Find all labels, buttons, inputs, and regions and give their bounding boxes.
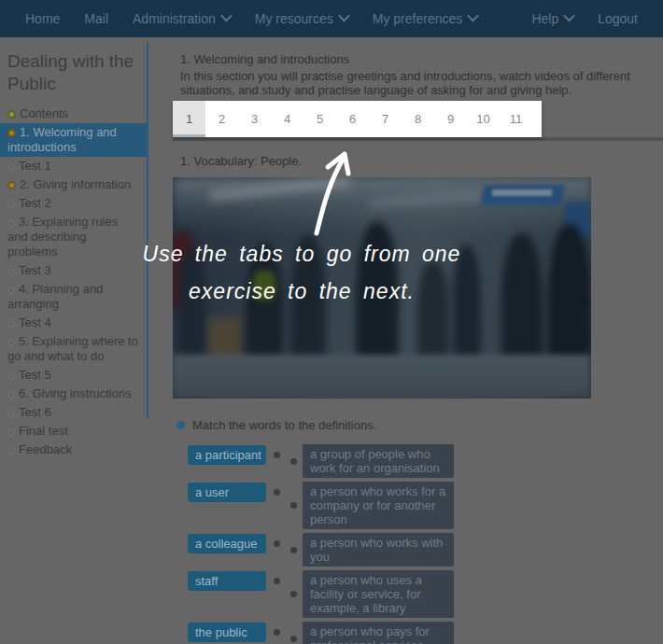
exercise-tab[interactable]: 10 (467, 101, 500, 137)
definition-connector-dot[interactable] (290, 458, 297, 465)
definition-box[interactable]: a person who works for a company or for … (303, 482, 454, 529)
nav-item[interactable]: My preferences (360, 0, 489, 37)
exercise-tab[interactable]: 11 (500, 101, 532, 137)
nav-item-label: Mail (84, 0, 108, 37)
sidebar-item-label: Test 3 (19, 263, 51, 277)
sidebar-item[interactable]: 2. Giving information (0, 175, 147, 194)
exercise-tabs-highlight-box: 1 2 3 4 5 6 7 8 9 10 (173, 101, 542, 137)
definition-cell: a person who works for a company or for … (290, 482, 454, 529)
sidebar-item-label: Test 2 (19, 196, 51, 210)
main-content: 1. Welcoming and introductions In this s… (173, 37, 663, 644)
sidebar-item[interactable]: Test 4 (0, 314, 147, 332)
status-bullet-icon (7, 428, 15, 436)
sidebar-item-label: Final test (19, 424, 68, 438)
match-row: the public a person who pays for profess… (188, 622, 663, 644)
status-bullet-icon (7, 372, 15, 380)
sidebar-item[interactable]: 6. Giving instructions (0, 385, 147, 403)
sidebar-item-label: Test 6 (19, 405, 51, 419)
sidebar-item[interactable]: 4. Planning and arranging (0, 280, 147, 314)
term-connector-dot[interactable] (274, 629, 280, 636)
sidebar-item[interactable]: Test 2 (0, 194, 147, 213)
sidebar-item-label: Test 1 (19, 159, 51, 173)
match-row: a participant a group of people who work… (188, 444, 663, 478)
term-cell: a colleague (188, 534, 290, 553)
exercise-tab[interactable]: 2 (205, 101, 238, 137)
match-row: a colleague a person who works with you (188, 533, 663, 567)
sidebar-item-label: 1. Welcoming and introductions (7, 125, 117, 154)
definition-cell: a person who uses a facility or service,… (290, 570, 454, 618)
top-navbar: Home Mail Administration My resources (0, 0, 663, 37)
term-box[interactable]: a colleague (188, 534, 266, 553)
status-bullet-icon (7, 219, 15, 227)
chevron-down-icon (338, 9, 350, 21)
sidebar-item-label: 5. Explaining where to go and what to do (7, 334, 138, 363)
status-bullet-icon (7, 447, 15, 455)
exercise-tab[interactable]: 6 (336, 101, 369, 137)
definition-connector-dot[interactable] (290, 547, 297, 553)
term-connector-dot[interactable] (274, 540, 280, 547)
sidebar-item[interactable]: Test 3 (0, 261, 147, 280)
photo-dim-veil (173, 177, 591, 399)
sidebar-item[interactable]: Test 5 (0, 366, 147, 385)
term-cell: a participant (188, 445, 290, 465)
definition-box[interactable]: a person who uses a facility or service,… (303, 570, 454, 618)
definition-connector-dot[interactable] (290, 636, 297, 642)
nav-item-label: Administration (133, 0, 216, 37)
nav-item[interactable]: Administration (120, 0, 243, 37)
definition-cell: a group of people who work for an organi… (290, 444, 454, 478)
match-row: staff a person who uses a facility or se… (188, 570, 663, 618)
definition-connector-dot[interactable] (290, 591, 297, 597)
exercise-tab[interactable]: 8 (402, 101, 434, 137)
status-bullet-icon (7, 287, 15, 294)
match-row: a user a person who works for a company … (188, 482, 663, 529)
exercise-tab[interactable]: 4 (271, 101, 303, 137)
nav-item-label: Logout (598, 0, 638, 37)
sidebar-item[interactable]: Feedback (0, 441, 147, 459)
course-title: Dealing with the Public (0, 37, 147, 97)
exercise-tabs-bar: 1 2 3 4 5 6 7 8 9 10 (173, 101, 663, 141)
nav-item[interactable]: Home (13, 0, 72, 37)
sidebar-item[interactable]: Test 1 (0, 157, 147, 175)
exercise-tab[interactable]: 9 (434, 101, 467, 137)
course-nav-list: Contents 1. Welcoming and introductions … (0, 105, 147, 459)
sidebar-item[interactable]: 5. Explaining where to go and what to do (0, 332, 147, 366)
sidebar-item[interactable]: Test 6 (0, 403, 147, 422)
term-box[interactable]: a user (188, 483, 266, 502)
sidebar-item-label: 3. Explaining rules and describing probl… (7, 215, 118, 259)
term-box[interactable]: the public (188, 623, 266, 642)
chevron-down-icon (563, 9, 575, 21)
sidebar-item[interactable]: Contents (0, 105, 147, 123)
status-bullet-icon (7, 410, 15, 417)
definition-box[interactable]: a person who pays for professional servi… (303, 622, 454, 644)
definition-connector-dot[interactable] (290, 502, 297, 509)
nav-item[interactable]: Help (519, 0, 585, 37)
nav-item-label: Help (531, 0, 558, 37)
sidebar-item-label: Contents (20, 106, 68, 120)
term-connector-dot[interactable] (274, 489, 280, 496)
chevron-down-icon (220, 9, 233, 21)
sidebar-item[interactable]: Final test (0, 422, 147, 441)
exercise-tab[interactable]: 5 (303, 101, 336, 137)
sidebar-item-label: Feedback (19, 442, 72, 456)
nav-item[interactable]: Logout (585, 0, 650, 37)
term-connector-dot[interactable] (274, 452, 280, 458)
status-bullet-icon (7, 339, 15, 346)
status-bullet-icon (7, 268, 15, 275)
exercise-tab[interactable]: 1 (173, 101, 205, 137)
sidebar-item-label: 6. Giving instructions (19, 386, 132, 400)
term-cell: the public (188, 623, 290, 642)
sidebar-item[interactable]: 3. Explaining rules and describing probl… (0, 213, 147, 261)
exercise-tab[interactable]: 3 (238, 101, 271, 137)
definition-box[interactable]: a group of people who work for an organi… (303, 444, 454, 478)
status-bullet-icon (7, 181, 16, 189)
sidebar-item[interactable]: 1. Welcoming and introductions (0, 123, 147, 157)
nav-item[interactable]: My resources (243, 0, 360, 37)
nav-item[interactable]: Mail (72, 0, 120, 37)
term-connector-dot[interactable] (274, 578, 280, 584)
exercise-tab[interactable]: 7 (369, 101, 402, 137)
definition-box[interactable]: a person who works with you (303, 533, 454, 567)
section-intro: In this section you will practise greeti… (180, 69, 661, 97)
term-box[interactable]: a participant (188, 445, 266, 465)
status-bullet-icon (7, 110, 16, 119)
term-box[interactable]: staff (188, 571, 266, 591)
